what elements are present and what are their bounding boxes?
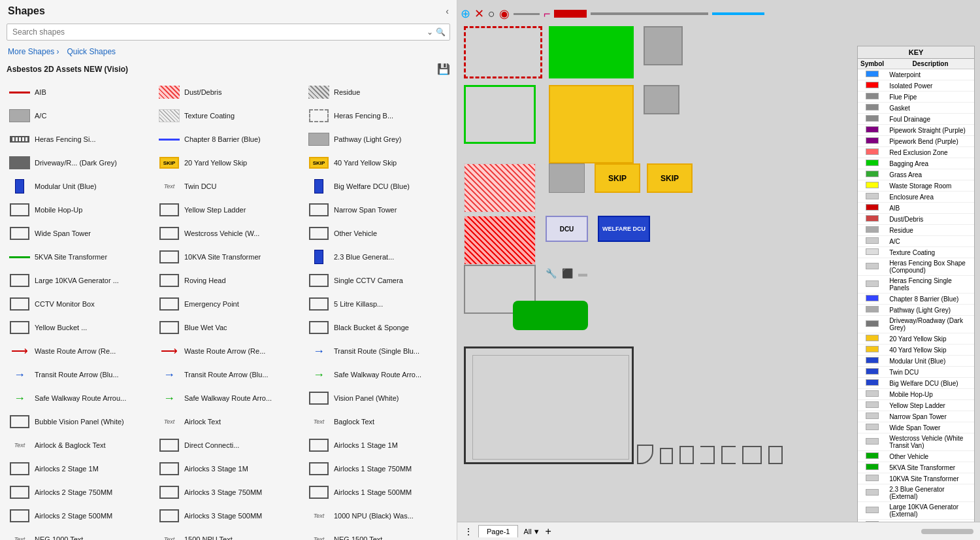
shape-item-43[interactable]: TextAirlock Text <box>154 410 303 433</box>
shape-item-30[interactable]: Yellow Bucket ... <box>4 316 154 339</box>
shape-item-15[interactable]: Mobile Hop-Up <box>4 198 154 222</box>
shape-item-5[interactable]: Heras Fencing B... <box>303 104 453 127</box>
shape-item-40[interactable]: →Safe Walkway Route Arro... <box>154 386 303 410</box>
search-input[interactable] <box>7 24 423 40</box>
shape-item-8[interactable]: Pathway (Light Grey) <box>303 127 453 151</box>
key-symbol-6 <box>858 136 887 147</box>
door-rect-2 <box>679 446 694 464</box>
shape-item-11[interactable]: SKIP40 Yard Yellow Skip <box>303 151 453 175</box>
shape-item-59[interactable]: TextNEG 1500 Text <box>303 528 453 540</box>
tool-circle-red[interactable]: ◉ <box>499 7 510 21</box>
tool-circle[interactable]: ○ <box>488 7 495 21</box>
shape-item-24[interactable]: Large 10KVA Generator ... <box>4 269 154 292</box>
shape-item-21[interactable]: 5KVA Site Transformer <box>4 245 154 269</box>
shape-item-54[interactable]: Airlocks 2 Stage 500MM <box>4 504 154 528</box>
scrollbar-handle[interactable] <box>921 529 973 534</box>
shape-item-32[interactable]: Black Bucket & Sponge <box>303 316 453 339</box>
shape-item-37[interactable]: →Transit Route Arrow (Blu... <box>154 363 303 386</box>
shape-item-46[interactable]: Direct Connecti... <box>154 433 303 457</box>
shape-item-28[interactable]: Emergency Point <box>154 292 303 316</box>
shape-item-22[interactable]: 10KVA Site Transformer <box>154 245 303 269</box>
shape-item-53[interactable]: Airlocks 1 Stage 500MM <box>303 481 453 504</box>
key-col-symbol: Symbol <box>858 59 887 69</box>
shape-icon-58: Text <box>157 530 181 540</box>
shape-item-58[interactable]: Text1500 NPU Text <box>154 528 303 540</box>
shape-item-14[interactable]: Big Welfare DCU (Blue) <box>303 175 453 198</box>
close-icon[interactable]: ‹ <box>446 6 449 16</box>
more-shapes-link[interactable]: More Shapes › <box>8 47 59 56</box>
shape-item-51[interactable]: Airlocks 2 Stage 750MM <box>4 481 154 504</box>
shape-item-39[interactable]: →Safe Walkway Route Arrou... <box>4 386 154 410</box>
shape-item-42[interactable]: Bubble Vision Panel (White) <box>4 410 154 433</box>
tool-bracket[interactable]: ⌐ <box>544 7 551 21</box>
shape-item-29[interactable]: 5 Litre Killasp... <box>303 292 453 316</box>
shape-item-36[interactable]: →Transit Route Arrow (Blu... <box>4 363 154 386</box>
shape-item-35[interactable]: →Transit Route (Single Blu... <box>303 339 453 363</box>
shape-item-16[interactable]: Yellow Step Ladder <box>154 198 303 222</box>
search-icons[interactable]: ⌄ 🔍 <box>423 27 449 37</box>
shape-item-31[interactable]: Blue Wet Vac <box>154 316 303 339</box>
shape-item-23[interactable]: 2.3 Blue Generat... <box>303 245 453 269</box>
key-desc-33: 5KVA Site Transformer <box>887 462 974 473</box>
shape-item-44[interactable]: TextBaglock Text <box>303 410 453 433</box>
green-vehicle <box>513 301 588 330</box>
shape-item-0[interactable]: AIB <box>4 80 154 104</box>
shape-item-27[interactable]: CCTV Monitor Box <box>4 292 154 316</box>
bottom-bar: ⋮ Page-1 All ▼ + <box>457 522 980 540</box>
shape-item-57[interactable]: TextNEG 1000 Text <box>4 528 154 540</box>
shape-item-56[interactable]: Text1000 NPU (Black) Was... <box>303 504 453 528</box>
shape-item-9[interactable]: Driveway/R... (Dark Grey) <box>4 151 154 175</box>
shape-item-52[interactable]: Airlocks 3 Stage 750MM <box>154 481 303 504</box>
shape-label-14: Big Welfare DCU (Blue) <box>334 182 410 191</box>
shape-item-4[interactable]: Texture Coating <box>154 104 303 127</box>
shape-icon-42 <box>8 413 31 431</box>
shape-item-33[interactable]: ⟶Waste Route Arrow (Re... <box>4 339 154 363</box>
add-page-button[interactable]: + <box>546 526 551 537</box>
shape-item-41[interactable]: Vision Panel (White) <box>303 386 453 410</box>
shape-item-50[interactable]: Airlocks 1 Stage 750MM <box>303 457 453 481</box>
shape-item-12[interactable]: Modular Unit (Blue) <box>4 175 154 198</box>
tool-waterpoint[interactable]: ⊕ <box>461 7 470 21</box>
key-desc-13: Dust/Debris <box>887 214 974 225</box>
all-dropdown[interactable]: All ▼ <box>523 528 540 535</box>
shape-icon-13: Text <box>157 177 181 195</box>
shapes-grid-container[interactable]: AIBDust/DebrisResidueA/CTexture CoatingH… <box>0 78 457 540</box>
shape-item-10[interactable]: SKIP20 Yard Yellow Skip <box>154 151 303 175</box>
shape-label-6: Heras Fencing Si... <box>35 135 96 144</box>
dots-menu[interactable]: ⋮ <box>464 526 473 537</box>
shape-item-25[interactable]: Roving Head <box>154 269 303 292</box>
key-desc-34: 10KVA Site Transformer <box>887 473 974 484</box>
shape-item-49[interactable]: Airlocks 3 Stage 1M <box>154 457 303 481</box>
shape-item-6[interactable]: Heras Fencing Si... <box>4 127 154 151</box>
page-tab[interactable]: Page-1 <box>478 525 518 537</box>
shape-item-48[interactable]: Airlocks 2 Stage 1M <box>4 457 154 481</box>
shape-icon-40: → <box>157 389 181 407</box>
shape-item-38[interactable]: →Safe Walkway Route Arro... <box>303 363 453 386</box>
shape-item-19[interactable]: Westcross Vehicle (W... <box>154 222 303 245</box>
shape-icon-38: → <box>307 365 331 384</box>
shape-item-47[interactable]: Airlocks 1 Stage 1M <box>303 433 453 457</box>
tool-x[interactable]: ✕ <box>474 7 484 21</box>
shape-item-3[interactable]: A/C <box>4 104 154 127</box>
shape-icon-10: SKIP <box>157 154 181 172</box>
shape-label-3: A/C <box>35 111 46 120</box>
shape-item-1[interactable]: Dust/Debris <box>154 80 303 104</box>
shape-icon-51 <box>8 483 31 501</box>
shape-item-45[interactable]: TextAirlock & Baglock Text <box>4 433 154 457</box>
shape-item-13[interactable]: TextTwin DCU <box>154 175 303 198</box>
key-panel-title: KEY <box>858 46 974 59</box>
save-icon[interactable]: 💾 <box>437 63 450 75</box>
quick-shapes-link[interactable]: Quick Shapes <box>67 47 116 56</box>
shape-item-26[interactable]: Single CCTV Camera <box>303 269 453 292</box>
shape-item-20[interactable]: Other Vehicle <box>303 222 453 245</box>
key-row-12: AIB <box>858 203 974 214</box>
key-col-desc: Description <box>887 59 974 69</box>
shape-item-7[interactable]: Chapter 8 Barrier (Blue) <box>154 127 303 151</box>
shape-item-2[interactable]: Residue <box>303 80 453 104</box>
dashed-red-rect <box>464 26 542 78</box>
shape-label-47: Airlocks 1 Stage 1M <box>334 441 398 450</box>
shape-item-55[interactable]: Airlocks 3 Stage 500MM <box>154 504 303 528</box>
shape-item-34[interactable]: ⟶Waste Route Arrow (Re... <box>154 339 303 363</box>
shape-item-18[interactable]: Wide Span Tower <box>4 222 154 245</box>
shape-item-17[interactable]: Narrow Span Tower <box>303 198 453 222</box>
